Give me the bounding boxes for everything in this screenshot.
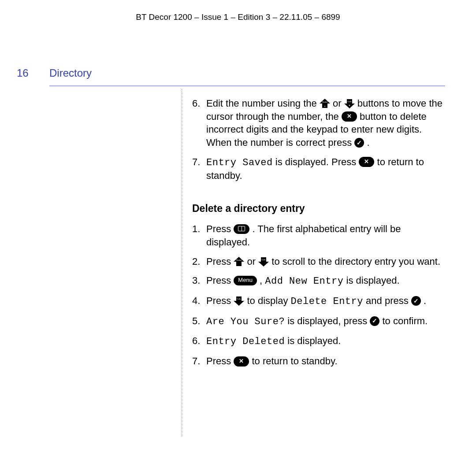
- step-body: Press . The first alphabetical entry wil…: [206, 222, 446, 248]
- text: to display: [247, 295, 290, 306]
- text: ,: [260, 275, 265, 286]
- text: is displayed.: [287, 335, 341, 346]
- text: .: [424, 295, 426, 306]
- step-body: Press to return to standby.: [206, 355, 446, 368]
- svg-text:▲: ▲: [324, 105, 326, 107]
- delete-step-7: 7. Press to return to standby.: [192, 355, 446, 368]
- up-redial-icon: Redial ▲: [320, 99, 330, 108]
- step-body: Are You Sure? is displayed, press to con…: [206, 315, 446, 329]
- svg-text:Calls: Calls: [237, 298, 241, 300]
- ok-check-icon: [370, 316, 379, 326]
- svg-text:Redial: Redial: [237, 259, 242, 261]
- delete-step-5: 5. Are You Sure? is displayed, press to …: [192, 315, 446, 329]
- vertical-rule: [182, 89, 182, 437]
- svg-text:Calls: Calls: [262, 259, 266, 261]
- text: is displayed, press: [287, 315, 370, 326]
- delete-step-4: 4. Press Calls to display Delete Entry a…: [192, 294, 446, 308]
- down-calls-icon: Calls ▼: [344, 99, 355, 108]
- text: and press: [366, 295, 411, 306]
- text: Press: [206, 295, 234, 306]
- content-column: 6. Edit the number using the Redial ▲ or…: [192, 97, 446, 374]
- delete-step-1: 1. Press . The first alphabetical entry …: [192, 222, 446, 248]
- text: to scroll to the directory entry you wan…: [271, 256, 440, 267]
- step-body: Entry Deleted is displayed.: [206, 334, 446, 348]
- step-number: 3.: [192, 274, 206, 288]
- delete-step-3: 3. Press Menu , Add New Entry is display…: [192, 274, 446, 288]
- down-calls-icon: Calls: [234, 296, 244, 306]
- text: or: [333, 98, 344, 109]
- lcd-text: Are You Sure?: [206, 316, 285, 327]
- step-number: 6.: [192, 97, 206, 149]
- step-7: 7. Entry Saved is displayed. Press to re…: [192, 156, 446, 182]
- lcd-text: Delete Entry: [291, 296, 363, 307]
- menu-button-icon: Menu: [234, 276, 257, 285]
- text: .: [367, 137, 369, 148]
- text: to confirm.: [382, 315, 428, 326]
- text: Press: [206, 275, 234, 286]
- step-body: Edit the number using the Redial ▲ or Ca…: [206, 97, 446, 149]
- directory-book-icon: [234, 224, 249, 234]
- text: Press: [206, 223, 234, 234]
- step-number: 5.: [192, 315, 206, 329]
- page: BT Decor 1200 – Issue 1 – Edition 3 – 22…: [0, 0, 476, 474]
- step-body: Press Calls to display Delete Entry and …: [206, 294, 446, 308]
- delete-x-icon: [359, 157, 374, 167]
- text: is displayed.: [346, 275, 400, 286]
- section-title: Directory: [49, 67, 92, 79]
- svg-text:Calls: Calls: [347, 100, 351, 103]
- text: Press: [206, 256, 234, 267]
- ok-check-icon: [411, 296, 421, 306]
- step-body: Entry Saved is displayed. Press to retur…: [206, 156, 446, 182]
- text: Edit the number using the: [206, 98, 320, 109]
- step-number: 4.: [192, 294, 206, 308]
- step-number: 7.: [192, 355, 206, 368]
- down-calls-icon: Calls: [258, 257, 269, 267]
- step-body: Press Menu , Add New Entry is displayed.: [206, 274, 446, 288]
- lcd-text: Add New Entry: [265, 276, 343, 287]
- text: to return to standby.: [252, 356, 337, 367]
- subheading-delete-entry: Delete a directory entry: [192, 202, 446, 215]
- svg-text:Redial: Redial: [322, 101, 327, 103]
- step-6: 6. Edit the number using the Redial ▲ or…: [192, 97, 446, 149]
- svg-text:▼: ▼: [348, 104, 350, 107]
- lcd-text: Entry Deleted: [206, 336, 285, 347]
- delete-step-6: 6. Entry Deleted is displayed.: [192, 334, 446, 348]
- step-number: 1.: [192, 222, 206, 248]
- delete-step-2: 2. Press Redial or Calls to scroll: [192, 255, 446, 268]
- step-body: Press Redial or Calls to scroll to the d…: [206, 255, 446, 268]
- text: Press: [206, 356, 234, 367]
- lcd-text: Entry Saved: [206, 157, 273, 168]
- horizontal-rule: [49, 85, 445, 86]
- page-number: 16: [17, 67, 29, 79]
- step-number: 2.: [192, 255, 206, 268]
- step-number: 6.: [192, 334, 206, 348]
- text: is displayed. Press: [275, 156, 359, 167]
- delete-x-icon: [234, 356, 249, 367]
- step-number: 7.: [192, 156, 206, 182]
- text: or: [247, 256, 258, 267]
- document-header: BT Decor 1200 – Issue 1 – Edition 3 – 22…: [0, 12, 476, 22]
- delete-x-icon: [342, 111, 357, 122]
- ok-check-icon: [354, 138, 364, 148]
- up-redial-icon: Redial: [234, 257, 244, 267]
